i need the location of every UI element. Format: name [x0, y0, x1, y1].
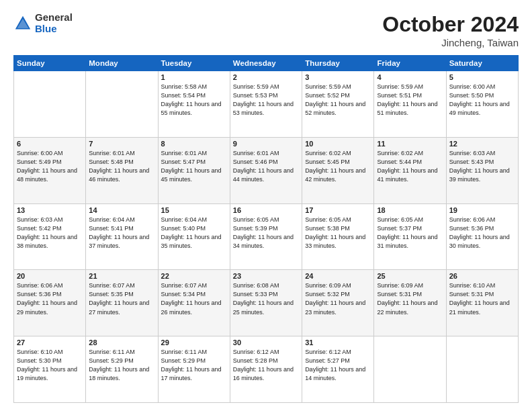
day-number: 2: [233, 73, 299, 81]
week-row-2: 13Sunrise: 6:03 AM Sunset: 5:42 PM Dayli…: [14, 203, 519, 270]
day-cell: 16Sunrise: 6:05 AM Sunset: 5:39 PM Dayli…: [230, 203, 302, 270]
day-number: 16: [233, 206, 299, 214]
day-cell: 18Sunrise: 6:05 AM Sunset: 5:37 PM Dayli…: [374, 203, 446, 270]
cell-info: Sunrise: 6:12 AM Sunset: 5:27 PM Dayligh…: [305, 348, 371, 383]
calendar-table: SundayMondayTuesdayWednesdayThursdayFrid…: [13, 55, 519, 403]
page: General Blue October 2024 Jincheng, Taiw…: [0, 0, 532, 411]
day-number: 25: [377, 272, 443, 280]
day-cell: 3Sunrise: 5:59 AM Sunset: 5:52 PM Daylig…: [302, 71, 374, 138]
day-cell: 24Sunrise: 6:09 AM Sunset: 5:32 PM Dayli…: [302, 270, 374, 336]
day-number: 29: [161, 338, 227, 347]
day-number: 15: [161, 206, 227, 214]
day-number: 1: [161, 73, 227, 81]
day-cell: 10Sunrise: 6:02 AM Sunset: 5:45 PM Dayli…: [302, 137, 374, 203]
cell-info: Sunrise: 6:07 AM Sunset: 5:34 PM Dayligh…: [161, 281, 227, 316]
logo-icon: [13, 14, 32, 33]
day-number: 18: [377, 206, 443, 214]
day-cell: 25Sunrise: 6:09 AM Sunset: 5:31 PM Dayli…: [374, 270, 446, 336]
cell-info: Sunrise: 6:00 AM Sunset: 5:49 PM Dayligh…: [17, 149, 83, 184]
cell-info: Sunrise: 6:09 AM Sunset: 5:32 PM Dayligh…: [305, 281, 371, 316]
day-number: 6: [17, 140, 83, 148]
day-cell: 13Sunrise: 6:03 AM Sunset: 5:42 PM Dayli…: [14, 203, 86, 270]
logo-blue: Blue: [35, 24, 73, 35]
logo-text: General Blue: [35, 12, 73, 34]
col-header-tuesday: Tuesday: [158, 56, 230, 71]
cell-info: Sunrise: 5:58 AM Sunset: 5:54 PM Dayligh…: [161, 83, 227, 118]
cell-info: Sunrise: 6:05 AM Sunset: 5:38 PM Dayligh…: [305, 216, 371, 250]
day-number: 28: [89, 338, 154, 347]
cell-info: Sunrise: 6:05 AM Sunset: 5:39 PM Dayligh…: [233, 216, 299, 250]
day-cell: 28Sunrise: 6:11 AM Sunset: 5:29 PM Dayli…: [86, 336, 158, 403]
cell-info: Sunrise: 6:01 AM Sunset: 5:47 PM Dayligh…: [161, 149, 227, 184]
day-number: 10: [305, 140, 371, 148]
cell-info: Sunrise: 6:09 AM Sunset: 5:31 PM Dayligh…: [377, 281, 443, 316]
cell-info: Sunrise: 6:11 AM Sunset: 5:29 PM Dayligh…: [89, 348, 154, 383]
day-cell: [14, 71, 86, 138]
day-number: 30: [233, 338, 299, 347]
day-cell: 26Sunrise: 6:10 AM Sunset: 5:31 PM Dayli…: [446, 270, 518, 336]
day-number: 5: [449, 73, 515, 81]
day-cell: 30Sunrise: 6:12 AM Sunset: 5:28 PM Dayli…: [230, 336, 302, 403]
day-number: 12: [449, 140, 515, 148]
day-number: 3: [305, 73, 371, 81]
cell-info: Sunrise: 5:59 AM Sunset: 5:52 PM Dayligh…: [305, 83, 371, 118]
cell-info: Sunrise: 6:02 AM Sunset: 5:44 PM Dayligh…: [377, 149, 443, 184]
day-cell: 31Sunrise: 6:12 AM Sunset: 5:27 PM Dayli…: [302, 336, 374, 403]
day-number: 31: [305, 338, 371, 347]
day-number: 21: [89, 272, 154, 280]
cell-info: Sunrise: 6:10 AM Sunset: 5:31 PM Dayligh…: [449, 281, 515, 316]
day-cell: 12Sunrise: 6:03 AM Sunset: 5:43 PM Dayli…: [446, 137, 518, 203]
day-number: 13: [17, 206, 83, 214]
cell-info: Sunrise: 6:12 AM Sunset: 5:28 PM Dayligh…: [233, 348, 299, 383]
day-cell: 23Sunrise: 6:08 AM Sunset: 5:33 PM Dayli…: [230, 270, 302, 336]
col-header-sunday: Sunday: [14, 56, 86, 71]
col-header-thursday: Thursday: [302, 56, 374, 71]
cell-info: Sunrise: 6:05 AM Sunset: 5:37 PM Dayligh…: [377, 216, 443, 250]
cell-info: Sunrise: 6:04 AM Sunset: 5:41 PM Dayligh…: [89, 216, 154, 250]
day-cell: 2Sunrise: 5:59 AM Sunset: 5:53 PM Daylig…: [230, 71, 302, 138]
title-block: October 2024 Jincheng, Taiwan: [382, 12, 519, 48]
cell-info: Sunrise: 6:08 AM Sunset: 5:33 PM Dayligh…: [233, 281, 299, 316]
day-number: 8: [161, 140, 227, 148]
day-number: 23: [233, 272, 299, 280]
col-header-saturday: Saturday: [446, 56, 518, 71]
cell-info: Sunrise: 6:01 AM Sunset: 5:48 PM Dayligh…: [89, 149, 154, 184]
day-number: 22: [161, 272, 227, 280]
logo: General Blue: [13, 12, 73, 34]
day-cell: 20Sunrise: 6:06 AM Sunset: 5:36 PM Dayli…: [14, 270, 86, 336]
day-cell: 7Sunrise: 6:01 AM Sunset: 5:48 PM Daylig…: [86, 137, 158, 203]
week-row-0: 1Sunrise: 5:58 AM Sunset: 5:54 PM Daylig…: [14, 71, 519, 138]
cell-info: Sunrise: 6:03 AM Sunset: 5:42 PM Dayligh…: [17, 216, 83, 250]
cell-info: Sunrise: 6:11 AM Sunset: 5:29 PM Dayligh…: [161, 348, 227, 383]
cell-info: Sunrise: 6:02 AM Sunset: 5:45 PM Dayligh…: [305, 149, 371, 184]
day-number: 27: [17, 338, 83, 347]
day-number: 14: [89, 206, 154, 214]
col-header-monday: Monday: [86, 56, 158, 71]
header-row: SundayMondayTuesdayWednesdayThursdayFrid…: [14, 56, 519, 71]
cell-info: Sunrise: 6:07 AM Sunset: 5:35 PM Dayligh…: [89, 281, 154, 316]
day-cell: 15Sunrise: 6:04 AM Sunset: 5:40 PM Dayli…: [158, 203, 230, 270]
day-cell: 27Sunrise: 6:10 AM Sunset: 5:30 PM Dayli…: [14, 336, 86, 403]
day-number: 24: [305, 272, 371, 280]
cell-info: Sunrise: 6:01 AM Sunset: 5:46 PM Dayligh…: [233, 149, 299, 184]
day-number: 17: [305, 206, 371, 214]
cell-info: Sunrise: 6:10 AM Sunset: 5:30 PM Dayligh…: [17, 348, 83, 383]
week-row-4: 27Sunrise: 6:10 AM Sunset: 5:30 PM Dayli…: [14, 336, 519, 403]
day-cell: 29Sunrise: 6:11 AM Sunset: 5:29 PM Dayli…: [158, 336, 230, 403]
month-title: October 2024: [382, 12, 519, 37]
cell-info: Sunrise: 5:59 AM Sunset: 5:51 PM Dayligh…: [377, 83, 443, 118]
day-number: 4: [377, 73, 443, 81]
day-cell: [86, 71, 158, 138]
cell-info: Sunrise: 6:00 AM Sunset: 5:50 PM Dayligh…: [449, 83, 515, 118]
day-number: 19: [449, 206, 515, 214]
day-cell: 8Sunrise: 6:01 AM Sunset: 5:47 PM Daylig…: [158, 137, 230, 203]
day-cell: 21Sunrise: 6:07 AM Sunset: 5:35 PM Dayli…: [86, 270, 158, 336]
cell-info: Sunrise: 6:03 AM Sunset: 5:43 PM Dayligh…: [449, 149, 515, 184]
week-row-1: 6Sunrise: 6:00 AM Sunset: 5:49 PM Daylig…: [14, 137, 519, 203]
day-cell: 5Sunrise: 6:00 AM Sunset: 5:50 PM Daylig…: [446, 71, 518, 138]
day-cell: 22Sunrise: 6:07 AM Sunset: 5:34 PM Dayli…: [158, 270, 230, 336]
day-number: 26: [449, 272, 515, 280]
day-cell: 1Sunrise: 5:58 AM Sunset: 5:54 PM Daylig…: [158, 71, 230, 138]
header: General Blue October 2024 Jincheng, Taiw…: [13, 12, 519, 48]
day-cell: [374, 336, 446, 403]
